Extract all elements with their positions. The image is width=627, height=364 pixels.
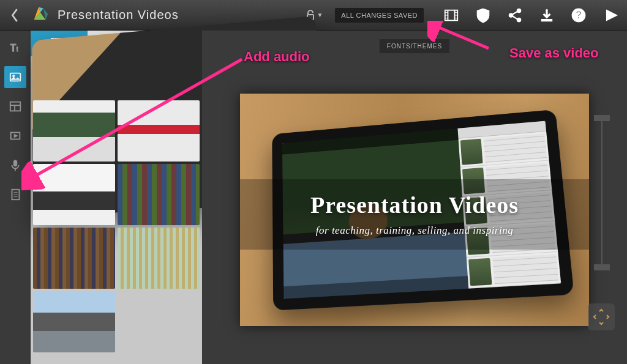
main-content: Tt: [0, 31, 627, 364]
canvas-area[interactable]: FONTS/THEMES: [202, 31, 627, 364]
slide-subtitle[interactable]: for teaching, training, selling, and ins…: [316, 225, 513, 237]
top-actions: ?: [442, 6, 620, 24]
help-button[interactable]: ?: [569, 6, 588, 24]
download-button[interactable]: [538, 6, 556, 24]
svg-marker-21: [607, 10, 617, 20]
rail-document-tool[interactable]: [4, 184, 26, 206]
svg-text:T: T: [10, 43, 17, 53]
save-status: ALL CHANGES SAVED: [335, 8, 424, 23]
download-icon: [539, 7, 555, 23]
asset-panel: SEARCH TEXT BACKGROUND AA ▲ MY PICTURES: [31, 31, 202, 364]
back-button[interactable]: [7, 8, 22, 23]
shield-icon: [475, 7, 491, 23]
rail-image-tool[interactable]: [4, 66, 26, 88]
svg-text:t: t: [17, 46, 18, 53]
thumbnail[interactable]: [118, 100, 200, 162]
share-icon: [507, 7, 523, 23]
zoom-slider[interactable]: [601, 116, 603, 269]
thumbnail[interactable]: [33, 100, 115, 162]
expand-icon: [592, 308, 610, 326]
video-icon: [9, 129, 22, 143]
svg-line-18: [512, 16, 517, 19]
thumbnail[interactable]: [33, 291, 115, 352]
slide[interactable]: Presentation Videos for teaching, traini…: [240, 94, 589, 326]
presentation-title[interactable]: Presentation Videos: [58, 8, 179, 22]
share-button[interactable]: [506, 6, 524, 24]
slide-title[interactable]: Presentation Videos: [310, 191, 519, 218]
tool-rail: Tt: [0, 31, 31, 364]
thumbnail[interactable]: [118, 228, 200, 289]
question-icon: ?: [571, 7, 587, 23]
rail-audio-tool[interactable]: [4, 154, 26, 176]
play-button[interactable]: [601, 6, 620, 24]
svg-line-17: [512, 11, 517, 14]
play-icon: [603, 7, 618, 23]
svg-point-25: [13, 75, 15, 77]
svg-rect-31: [13, 160, 17, 166]
slide-text-overlay[interactable]: Presentation Videos for teaching, traini…: [240, 179, 589, 250]
thumbnail[interactable]: [33, 228, 115, 289]
fonts-themes-button[interactable]: FONTS/THEMES: [380, 39, 449, 53]
image-icon: [9, 70, 22, 84]
svg-text:?: ?: [576, 9, 582, 20]
chevron-left-icon: [9, 7, 20, 24]
layout-icon: [9, 100, 22, 113]
microphone-icon: [9, 158, 22, 172]
app-logo: [28, 4, 51, 27]
thumbnail-grid: [31, 98, 202, 364]
svg-marker-30: [14, 134, 18, 138]
export-video-button[interactable]: [442, 6, 460, 24]
filmstrip-icon: [443, 7, 459, 23]
rail-layout-tool[interactable]: [4, 95, 26, 117]
text-icon: Tt: [9, 41, 22, 54]
thumbnail[interactable]: [33, 164, 115, 225]
pan-handle[interactable]: [588, 303, 615, 330]
thumbnail[interactable]: [118, 164, 200, 225]
document-icon: [9, 188, 22, 201]
rail-video-tool[interactable]: [4, 125, 26, 147]
rail-text-tool[interactable]: Tt: [4, 37, 26, 59]
protect-button[interactable]: [474, 6, 492, 24]
